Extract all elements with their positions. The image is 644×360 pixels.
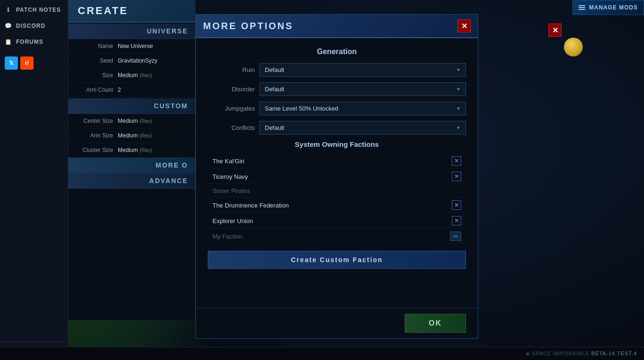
advanced-button[interactable]: ADVANCE — [68, 173, 195, 189]
faction-remove-button[interactable]: ✕ — [452, 200, 461, 210]
seed-row: Seed GravitationSyzy — [68, 54, 195, 68]
faction-name: The Kal'Giri — [212, 158, 245, 165]
twitter-button[interactable]: 𝕏 — [5, 56, 18, 70]
cluster-size-label: Cluster Size — [75, 147, 113, 153]
manage-mods-icon — [579, 5, 585, 10]
name-label: Name — [75, 43, 113, 49]
ok-button[interactable]: OK — [405, 314, 466, 333]
sidebar-social-links: 𝕏 r/ — [0, 53, 68, 73]
modal-close-icon: ✕ — [461, 22, 467, 31]
backdrop-close-icon: ✕ — [552, 26, 558, 35]
sidebar-patch-notes-label: PATCH NOTES — [16, 7, 61, 13]
size-value: Medium (Rec) — [118, 72, 152, 79]
arm-size-value: Medium (Rec) — [118, 132, 152, 139]
version-prefix: SPACE IMPOSSIBLE — [532, 351, 589, 356]
faction-edit-button[interactable]: ✏ — [450, 232, 461, 241]
version-text: ◈ SPACE IMPOSSIBLE BETA-14.TEST.4 — [526, 351, 637, 357]
version-number: BETA-14.TEST.4 — [591, 351, 637, 356]
arm-size-row: Arm Size Medium (Rec) — [68, 128, 195, 143]
faction-name: The Druminence Federation — [212, 202, 289, 209]
backdrop-close-button[interactable]: ✕ — [548, 24, 562, 37]
sidebar: ℹ PATCH NOTES 💬 DISCORD 📋 FORUMS 𝕏 r/ CR… — [0, 0, 68, 360]
cluster-size-value: Medium (Rec) — [118, 147, 152, 153]
arm-count-row: Arm Count 2 — [68, 83, 195, 97]
disorder-chevron-icon: ▼ — [456, 87, 461, 92]
more-options-button[interactable]: MORE O — [68, 158, 195, 173]
manage-mods-button[interactable]: MANAGE MODS — [572, 0, 644, 15]
name-row: Name New Universe — [68, 39, 195, 54]
jumpgates-select[interactable]: Same Level 50% Unlocked ▼ — [260, 102, 466, 115]
create-custom-faction-button[interactable]: Create Custom Faction — [208, 251, 466, 269]
create-header: CREATE — [68, 0, 195, 23]
faction-remove-button[interactable]: ✕ — [452, 172, 461, 181]
faction-row: The Kal'Giri✕ — [208, 154, 466, 168]
faction-list: The Kal'Giri✕Ticeroy Navy✕Sixser Pirates… — [208, 154, 466, 244]
universe-section-header: UNIVERSE — [68, 24, 195, 39]
ruin-value: Default — [265, 66, 284, 73]
create-title: CREATE — [78, 5, 128, 16]
seed-label: Seed — [75, 57, 113, 64]
twitter-icon: 𝕏 — [9, 60, 14, 66]
generation-section-title: Generation — [208, 48, 466, 56]
reddit-icon: r/ — [25, 60, 29, 66]
arm-size-label: Arm Size — [75, 132, 113, 139]
arm-count-label: Arm Count — [75, 87, 113, 93]
center-size-value: Medium (Rec) — [118, 118, 152, 124]
faction-remove-button[interactable]: ✕ — [452, 156, 461, 166]
disorder-select[interactable]: Default ▼ — [260, 82, 466, 96]
size-label: Size — [75, 72, 113, 79]
faction-row: Sixser Pirates — [208, 185, 466, 197]
conflicts-label: Conflicts — [208, 124, 255, 131]
bottom-bar: ◈ SPACE IMPOSSIBLE BETA-14.TEST.4 — [0, 347, 644, 360]
modal-close-button[interactable]: ✕ — [457, 19, 471, 32]
name-value: New Universe — [118, 43, 153, 49]
faction-name: My Faction — [212, 233, 243, 240]
conflicts-row: Conflicts Default ▼ — [208, 121, 466, 135]
sidebar-item-forums[interactable]: 📋 FORUMS — [0, 34, 68, 49]
disorder-row: Disorder Default ▼ — [208, 82, 466, 96]
conflicts-value: Default — [265, 124, 284, 131]
sidebar-item-patch-notes[interactable]: ℹ PATCH NOTES — [0, 2, 68, 17]
faction-row: My Faction✏ — [208, 229, 466, 244]
system-owning-title: System Owning Factions — [208, 140, 466, 148]
sidebar-discord-label: DISCORD — [16, 23, 45, 29]
modal-header: MORE OPTIONS ✕ — [196, 15, 478, 38]
faction-remove-button[interactable]: ✕ — [452, 216, 461, 225]
ruin-select[interactable]: Default ▼ — [260, 63, 466, 77]
seed-value: GravitationSyzy — [118, 57, 157, 64]
modal-body: Generation Ruin Default ▼ Disorder Defau… — [196, 38, 478, 308]
arm-count-value: 2 — [118, 87, 121, 93]
faction-name: Sixser Pirates — [212, 187, 250, 194]
jumpgates-label: Jumpgates — [208, 105, 255, 112]
custom-section-header: CUSTOM — [68, 98, 195, 114]
info-icon: ℹ — [5, 6, 12, 14]
center-size-row: Center Size Medium (Rec) — [68, 114, 195, 128]
reddit-button[interactable]: r/ — [20, 56, 33, 70]
create-panel: CREATE UNIVERSE Name New Universe Seed G… — [68, 0, 196, 320]
faction-row: Explorer Union✕ — [208, 214, 466, 228]
size-row: Size Medium (Rec) — [68, 68, 195, 83]
more-options-modal: MORE OPTIONS ✕ Generation Ruin Default ▼… — [196, 14, 478, 339]
background-planet — [564, 38, 583, 56]
faction-name: Explorer Union — [212, 217, 253, 224]
cluster-size-row: Cluster Size Medium (Rec) — [68, 143, 195, 158]
modal-title: MORE OPTIONS — [203, 21, 293, 32]
jumpgates-value: Same Level 50% Unlocked — [265, 105, 338, 112]
center-size-label: Center Size — [75, 118, 113, 124]
modal-footer: OK — [196, 308, 478, 338]
jumpgates-chevron-icon: ▼ — [456, 106, 461, 111]
disorder-label: Disorder — [208, 86, 255, 93]
ruin-chevron-icon: ▼ — [456, 67, 461, 72]
ruin-row: Ruin Default ▼ — [208, 63, 466, 77]
faction-name: Ticeroy Navy — [212, 173, 248, 180]
conflicts-select[interactable]: Default ▼ — [260, 121, 466, 135]
disorder-value: Default — [265, 86, 284, 93]
forums-icon: 📋 — [5, 38, 12, 46]
discord-icon: 💬 — [5, 22, 12, 30]
ruin-label: Ruin — [208, 66, 255, 73]
conflicts-chevron-icon: ▼ — [456, 125, 461, 130]
manage-mods-label: MANAGE MODS — [589, 4, 638, 11]
sidebar-forums-label: FORUMS — [16, 39, 43, 45]
sidebar-item-discord[interactable]: 💬 DISCORD — [0, 18, 68, 33]
faction-row: The Druminence Federation✕ — [208, 198, 466, 213]
